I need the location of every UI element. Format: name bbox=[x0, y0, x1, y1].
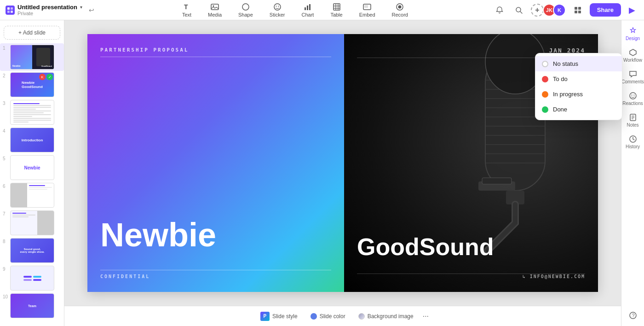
comments-icon bbox=[629, 70, 637, 78]
slide-item-8[interactable]: 8 Sound good, every single show. bbox=[0, 237, 64, 264]
notification-button[interactable] bbox=[492, 3, 507, 17]
status-todo[interactable]: To do bbox=[535, 71, 622, 87]
table-tool[interactable]: Table bbox=[328, 1, 345, 19]
slide-number-4: 4 bbox=[3, 128, 8, 134]
right-panel-comments[interactable]: Comments bbox=[621, 67, 644, 87]
notes-icon bbox=[629, 113, 637, 122]
background-image-tool[interactable]: Background image bbox=[355, 311, 417, 321]
grid-view-button[interactable] bbox=[570, 3, 585, 17]
slide-item-5[interactable]: 5 Newbie bbox=[0, 154, 64, 181]
dot-orange bbox=[542, 91, 548, 98]
slide-item-6[interactable]: 6 bbox=[0, 181, 64, 209]
svg-rect-0 bbox=[7, 7, 10, 10]
right-panel-history[interactable]: History bbox=[621, 132, 644, 152]
slide-number-1: 1 bbox=[3, 45, 8, 51]
right-panel-reactions[interactable]: Reactions bbox=[621, 89, 644, 109]
svg-rect-14 bbox=[334, 4, 340, 10]
svg-marker-45 bbox=[630, 49, 636, 56]
history-icon bbox=[629, 135, 637, 143]
slide-item-10[interactable]: 10 Team bbox=[0, 292, 64, 320]
slide-item-3[interactable]: 3 bbox=[0, 99, 64, 126]
dot-red bbox=[542, 76, 548, 82]
svg-point-7 bbox=[242, 4, 249, 10]
topbar-center: T Text Media Shape Sticker Chart Table E… bbox=[98, 1, 492, 19]
divider-left-bottom bbox=[100, 270, 331, 270]
slide-number-2: 2 bbox=[3, 72, 8, 78]
status-done[interactable]: Done bbox=[535, 102, 622, 117]
slide-item-4[interactable]: 4 Introduction bbox=[0, 126, 64, 154]
slide-style-tool[interactable]: P Slide style bbox=[257, 310, 301, 323]
slide-item-9[interactable]: 9 bbox=[0, 264, 64, 292]
add-slide-button[interactable]: + Add slide bbox=[4, 26, 60, 40]
right-panel-design[interactable]: Design bbox=[621, 24, 644, 44]
add-collaborator-button[interactable]: + bbox=[531, 4, 544, 17]
sticker-tool[interactable]: Sticker bbox=[267, 1, 288, 19]
color-dot-blue bbox=[310, 313, 317, 320]
embed-tool[interactable]: Embed bbox=[356, 1, 378, 19]
svg-point-8 bbox=[274, 4, 281, 10]
slide-thumb-9 bbox=[10, 266, 54, 291]
dot-green bbox=[542, 106, 548, 113]
svg-text:?: ? bbox=[632, 313, 634, 318]
slide-thumb-6 bbox=[10, 183, 54, 208]
title-caret[interactable]: ▾ bbox=[80, 5, 82, 10]
status-in-progress[interactable]: In progress bbox=[535, 87, 622, 102]
slide-number-6: 6 bbox=[3, 183, 8, 189]
slide-footer-left: Newbie CONFIDENTIAL bbox=[100, 218, 331, 279]
more-options-button[interactable]: ··· bbox=[423, 312, 429, 320]
presentation-subtitle: Private bbox=[17, 11, 82, 16]
svg-point-9 bbox=[276, 6, 276, 6]
bottom-bar: P Slide style Slide color Background ima… bbox=[64, 306, 621, 326]
dot-none bbox=[542, 61, 548, 67]
svg-point-22 bbox=[398, 5, 402, 8]
svg-rect-25 bbox=[575, 7, 577, 10]
slide-header-left: PARTNERSHIP PROPOSAL bbox=[100, 47, 331, 61]
right-panel-workflow[interactable]: Workflow bbox=[621, 46, 644, 65]
undo-button[interactable]: ↩ bbox=[85, 4, 98, 17]
slide-item-7[interactable]: 7 bbox=[0, 209, 64, 237]
slide-number-7: 7 bbox=[3, 210, 8, 216]
svg-rect-13 bbox=[309, 4, 310, 10]
svg-text:T: T bbox=[184, 3, 188, 11]
presentation-title: Untitled presentation bbox=[17, 4, 77, 11]
slide-style-label: Slide style bbox=[272, 313, 298, 320]
slide-thumb-5: Newbie bbox=[10, 155, 54, 180]
style-icon: P bbox=[260, 312, 270, 321]
media-tool[interactable]: Media bbox=[205, 1, 224, 19]
status-no-status-label: No status bbox=[553, 60, 578, 67]
goodsound-brand: GoodSound bbox=[357, 235, 585, 259]
slide-thumb-10: Team bbox=[10, 293, 54, 318]
slide-left: PARTNERSHIP PROPOSAL Newbie CONFIDENTIAL bbox=[87, 34, 344, 292]
present-button[interactable]: ▶ bbox=[626, 4, 638, 17]
badge-green-2: ✓ bbox=[46, 74, 53, 80]
right-panel-help[interactable]: ? bbox=[629, 309, 637, 322]
chart-tool[interactable]: Chart bbox=[299, 1, 316, 19]
slide-number-10: 10 bbox=[3, 293, 8, 299]
share-button[interactable]: Share bbox=[590, 3, 621, 17]
confidential-text: CONFIDENTIAL bbox=[100, 274, 331, 279]
sidebar-right: Design Workflow Comments Reactions Notes… bbox=[621, 20, 644, 326]
background-image-label: Background image bbox=[368, 313, 414, 320]
status-no-status[interactable]: No status bbox=[535, 56, 622, 71]
workflow-icon bbox=[629, 48, 637, 57]
record-tool[interactable]: Record bbox=[389, 1, 411, 19]
slide-number-3: 3 bbox=[3, 100, 8, 106]
shape-tool[interactable]: Shape bbox=[236, 1, 256, 19]
reactions-icon bbox=[629, 92, 637, 100]
info-email: ↳ INFO@NEWBIE.COM bbox=[357, 274, 585, 279]
status-in-progress-label: In progress bbox=[553, 91, 583, 98]
text-tool[interactable]: T Text bbox=[179, 1, 194, 19]
search-button[interactable] bbox=[512, 3, 526, 17]
divider-left-top bbox=[100, 57, 331, 57]
status-done-label: Done bbox=[553, 106, 567, 113]
slide-item-1[interactable]: 1 Newbie GoodSound bbox=[0, 43, 64, 71]
app-icon bbox=[6, 6, 15, 15]
right-panel-notes[interactable]: Notes bbox=[621, 111, 644, 130]
sidebar-left: + Add slide 1 Newbie GoodSound 2 NewbieG… bbox=[0, 20, 64, 326]
slide-item-2[interactable]: 2 NewbieGoodSound K ✓ bbox=[0, 71, 64, 99]
slide-color-tool[interactable]: Slide color bbox=[307, 311, 349, 321]
topbar-right: + JK K Share ▶ bbox=[492, 3, 644, 17]
design-icon bbox=[629, 27, 637, 35]
title-area: Untitled presentation ▾ Private bbox=[17, 4, 82, 16]
slide-badges-2: K ✓ bbox=[39, 74, 53, 80]
